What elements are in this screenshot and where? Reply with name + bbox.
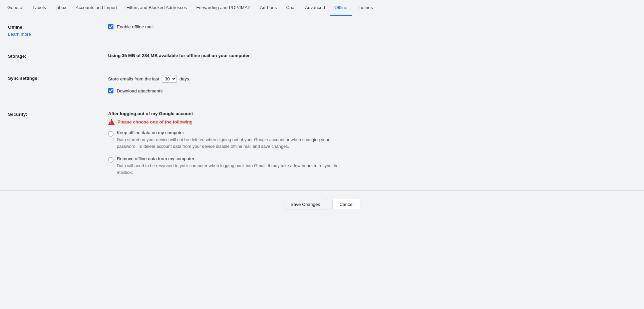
sync-days-suffix: days. <box>180 76 190 81</box>
keep-data-content: Keep offline data on my computer Data st… <box>117 130 350 149</box>
enable-offline-checkbox[interactable] <box>108 24 113 29</box>
storage-section: Storage: Using 35 MB of 284 MB available… <box>0 45 644 67</box>
enable-offline-row: Enable offline mail <box>108 24 636 29</box>
settings-nav: General Labels Inbox Accounts and Import… <box>0 0 644 16</box>
security-warning-row: Please choose one of the following <box>108 119 636 125</box>
sync-label: Sync settings: <box>8 75 108 81</box>
sync-section: Sync settings: Store emails from the las… <box>0 67 644 103</box>
sync-days-select[interactable]: 7 30 60 90 <box>162 75 177 83</box>
tab-labels[interactable]: Labels <box>28 0 51 16</box>
security-content: After logging out of my Google account P… <box>108 111 636 182</box>
settings-content: Offline: Learn more Enable offline mail … <box>0 16 644 191</box>
download-attachments-label: Download attachments <box>117 88 163 93</box>
download-attachments-checkbox[interactable] <box>108 88 113 93</box>
security-label: Security: <box>8 111 108 117</box>
warning-icon <box>108 119 115 125</box>
enable-offline-label: Enable offline mail <box>117 24 153 29</box>
tab-forwarding-pop-imap[interactable]: Forwarding and POP/IMAP <box>192 0 255 16</box>
sync-store-prefix: Store emails from the last <box>108 76 159 81</box>
tab-chat[interactable]: Chat <box>281 0 300 16</box>
keep-data-radio[interactable] <box>108 131 113 136</box>
security-option-remove: Remove offline data from my computer Dat… <box>108 156 636 176</box>
security-section: Security: After logging out of my Google… <box>0 103 644 191</box>
security-option-keep: Keep offline data on my computer Data st… <box>108 130 636 149</box>
offline-content: Enable offline mail <box>108 24 636 31</box>
save-changes-button[interactable]: Save Changes <box>284 199 327 210</box>
keep-data-desc: Data stored on your device will not be d… <box>117 136 350 149</box>
security-warning-text: Please choose one of the following <box>117 119 193 124</box>
remove-data-desc: Data will need to be resynced to your co… <box>117 163 350 176</box>
sync-content: Store emails from the last 7 30 60 90 da… <box>108 75 636 95</box>
storage-text: Using 35 MB of 284 MB available for offl… <box>108 53 250 58</box>
sync-days-row: Store emails from the last 7 30 60 90 da… <box>108 75 636 83</box>
download-attachments-row: Download attachments <box>108 88 636 93</box>
keep-data-title: Keep offline data on my computer <box>117 130 350 135</box>
learn-more-link[interactable]: Learn more <box>8 32 108 37</box>
tab-advanced[interactable]: Advanced <box>300 0 330 16</box>
tab-inbox[interactable]: Inbox <box>51 0 71 16</box>
remove-data-title: Remove offline data from my computer <box>117 156 350 161</box>
offline-label: Offline: Learn more <box>8 24 108 37</box>
tab-accounts-import[interactable]: Accounts and Import <box>71 0 122 16</box>
storage-label: Storage: <box>8 53 108 59</box>
remove-data-content: Remove offline data from my computer Dat… <box>117 156 350 176</box>
tab-addons[interactable]: Add-ons <box>255 0 281 16</box>
tab-offline[interactable]: Offline <box>330 0 352 16</box>
tab-themes[interactable]: Themes <box>352 0 378 16</box>
tab-filters-blocked[interactable]: Filters and Blocked Addresses <box>122 0 192 16</box>
offline-section: Offline: Learn more Enable offline mail <box>0 16 644 45</box>
security-heading: After logging out of my Google account <box>108 111 636 116</box>
footer-buttons: Save Changes Cancel <box>0 191 644 218</box>
tab-general[interactable]: General <box>3 0 28 16</box>
cancel-button[interactable]: Cancel <box>332 199 360 210</box>
storage-content: Using 35 MB of 284 MB available for offl… <box>108 53 636 58</box>
remove-data-radio[interactable] <box>108 157 113 163</box>
